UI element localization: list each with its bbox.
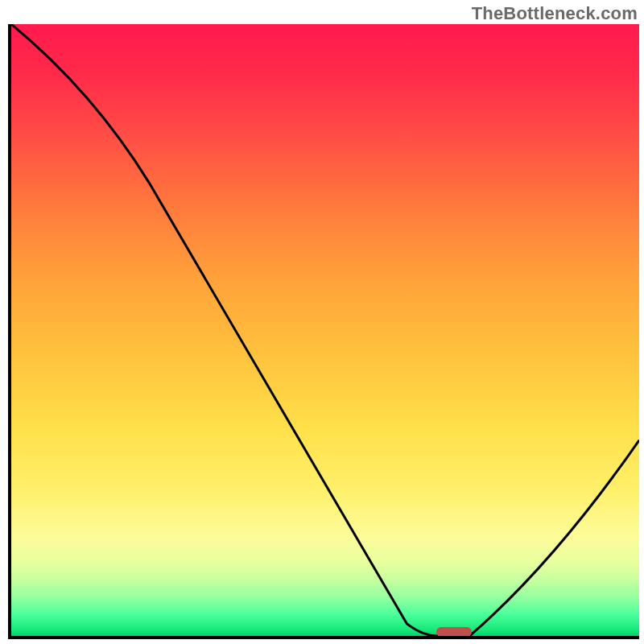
watermark-text: TheBottleneck.com — [472, 3, 638, 24]
plot-area — [8, 24, 639, 639]
bottleneck-curve — [11, 24, 639, 636]
chart-container: TheBottleneck.com — [0, 0, 644, 644]
curve-path — [11, 24, 639, 636]
selected-configuration-marker — [436, 627, 472, 637]
